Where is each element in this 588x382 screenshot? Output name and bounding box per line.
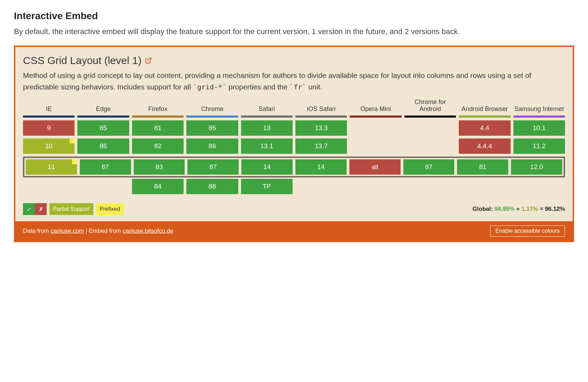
browser-accent-bar (404, 116, 456, 118)
support-cell[interactable]: 85 (77, 120, 129, 136)
support-cell[interactable]: TP (241, 179, 293, 194)
caniuse-embed: CSS Grid Layout (level 1) Method of usin… (14, 46, 574, 242)
legend-partial: Partial Support (49, 203, 93, 215)
support-cell[interactable]: 86 (77, 138, 129, 154)
support-cell[interactable]: 11.2 (513, 138, 565, 154)
browser-header: Opera Mini (350, 97, 401, 114)
browser-accent-bar (241, 116, 293, 118)
feature-title-text: CSS Grid Layout (level 1) (23, 55, 141, 66)
browser-accent-bar (77, 116, 129, 118)
support-cell[interactable]: 84 (132, 179, 184, 194)
legend-prefixed: Prefixed (96, 203, 124, 215)
browser-header: Edge (77, 97, 129, 114)
support-cell[interactable]: 10.1 (513, 120, 565, 136)
support-cell[interactable]: 81 (457, 159, 508, 175)
embed-footer: Data from caniuse.com | Embed from caniu… (15, 221, 573, 241)
browser-accent-bar (186, 116, 238, 118)
page-section-desc: By default, the interactive embed will d… (14, 26, 574, 37)
browser-header: Safari (241, 97, 293, 114)
support-cell[interactable]: 83 (134, 159, 185, 175)
browser-accent-bar (350, 116, 401, 118)
browser-accent-bar (295, 116, 347, 118)
prefixed-indicator (70, 138, 75, 143)
page-section-title: Interactive Embed (14, 10, 574, 22)
support-cell[interactable]: 87 (403, 159, 455, 175)
browser-accent-bar (23, 116, 75, 118)
external-link-icon[interactable] (145, 57, 152, 64)
support-cell[interactable]: 86 (186, 138, 238, 154)
browser-header: Samsung Internet (513, 97, 565, 114)
support-cell[interactable]: 13.3 (295, 120, 347, 136)
support-cell[interactable]: 14 (241, 159, 293, 175)
feature-title[interactable]: CSS Grid Layout (level 1) (23, 55, 565, 66)
footer-credits: Data from caniuse.com | Embed from caniu… (23, 228, 173, 234)
bitsofcode-link[interactable]: caniuse.bitsofco.de (123, 228, 173, 234)
support-cell[interactable]: 88 (186, 179, 238, 194)
support-cell[interactable]: all (349, 159, 401, 175)
support-cell[interactable]: 81 (132, 120, 184, 136)
prefixed-indicator (72, 159, 77, 164)
browser-header: Firefox (132, 97, 184, 114)
support-cell[interactable]: 13.1 (241, 138, 293, 154)
svg-line-0 (148, 58, 151, 61)
support-cell[interactable]: 9 (23, 120, 75, 136)
legend-supported-icon: ✓ (23, 203, 35, 215)
feature-description: Method of using a grid concept to lay ou… (23, 70, 565, 93)
browser-accent-bar (513, 116, 565, 118)
support-cell[interactable]: 82 (132, 138, 184, 154)
support-cell[interactable]: 13 (241, 120, 293, 136)
browser-header: Chrome for Android (404, 97, 456, 114)
support-cell[interactable]: 87 (80, 159, 131, 175)
legend-unsupported-icon: ✗ (35, 203, 47, 215)
support-cell[interactable]: 11 (26, 159, 77, 175)
browser-accent-bar (459, 116, 510, 118)
support-cell[interactable]: 85 (186, 120, 238, 136)
support-cell[interactable]: 14 (295, 159, 347, 175)
support-cell[interactable]: 13.7 (295, 138, 347, 154)
legend: ✓ ✗ Partial Support Prefixed (23, 203, 124, 215)
browser-header: Android Browser (459, 97, 510, 114)
caniuse-link[interactable]: caniuse.com (51, 228, 84, 234)
global-stats: Global: 94.95% + 1.17% = 96.12% (472, 206, 565, 213)
browser-header: iOS Safari (295, 97, 347, 114)
support-cell[interactable]: 87 (187, 159, 239, 175)
browser-header: Chrome (186, 97, 238, 114)
accessible-colours-button[interactable]: Enable accessible colours (490, 225, 565, 237)
support-cell[interactable]: 10 (23, 138, 75, 154)
support-cell[interactable]: 4.4 (459, 120, 510, 136)
current-version-row: 118783871414all878112.0 (23, 157, 565, 177)
support-cell[interactable]: 12.0 (511, 159, 562, 175)
support-cell[interactable]: 4.4.4 (459, 138, 510, 154)
browser-header: IE (23, 97, 75, 114)
browser-accent-bar (132, 116, 184, 118)
